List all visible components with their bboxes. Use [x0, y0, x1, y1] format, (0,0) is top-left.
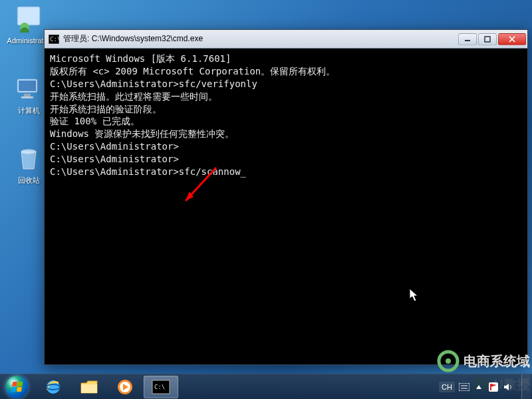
recycle-icon [15, 145, 43, 173]
terminal-line: C:\Users\Administrator> [50, 153, 522, 166]
svg-rect-3 [19, 80, 36, 91]
keyboard-icon[interactable] [459, 382, 469, 392]
terminal-line: 版权所有 <c> 2009 Microsoft Corporation。保留所有… [50, 65, 522, 78]
maximize-button[interactable] [478, 33, 497, 45]
watermark-brand1: 电商系统域 [437, 350, 530, 372]
taskbar: C:\ CH [0, 374, 532, 399]
svg-rect-26 [459, 383, 469, 391]
terminal-line: Windows 资源保护未找到任何完整性冲突。 [50, 128, 522, 140]
terminal-line: C:\Users\Administrator>sfc/verifyonly [50, 78, 522, 90]
close-button[interactable] [498, 33, 526, 45]
flag-icon[interactable] [488, 382, 499, 392]
titlebar[interactable]: C:\ 管理员: C:\Windows\system32\cmd.exe [45, 30, 527, 49]
svg-point-16 [446, 358, 451, 364]
windows-orb-icon [5, 376, 28, 398]
svg-marker-29 [476, 385, 481, 389]
terminal-line: 开始系统扫描。此过程将需要一些时间。 [50, 90, 522, 103]
tray-chevron-icon[interactable] [473, 382, 484, 392]
terminal-line: C:\Users\Administrator>sfc/scannow [50, 166, 522, 178]
terminal-output[interactable]: Microsoft Windows [版本 6.1.7601] 版权所有 <c>… [45, 49, 527, 364]
show-desktop-button[interactable] [521, 374, 531, 400]
pinned-apps: C:\ [36, 376, 178, 398]
watermark-text: 电商系统域 [464, 352, 530, 370]
terminal-line: Microsoft Windows [版本 6.1.7601] [50, 53, 522, 65]
cmd-icon: C:\ [49, 34, 59, 45]
cmd-icon: C:\ [152, 380, 170, 394]
computer-icon [15, 75, 43, 103]
cmd-window[interactable]: C:\ 管理员: C:\Windows\system32\cmd.exe Mic… [44, 29, 528, 365]
volume-icon[interactable] [503, 382, 513, 392]
svg-rect-20 [81, 384, 97, 393]
user-icon [15, 5, 43, 33]
window-controls [458, 33, 526, 45]
terminal-line: 验证 100% 已完成。 [50, 115, 522, 128]
svg-rect-4 [24, 94, 31, 96]
media-icon [116, 378, 134, 396]
svg-rect-10 [485, 37, 490, 42]
minimize-button[interactable] [458, 33, 477, 45]
svg-text:C:\: C:\ [50, 36, 59, 43]
taskbar-app-cmd[interactable]: C:\ [144, 376, 178, 398]
system-tray: CH [438, 374, 532, 400]
svg-rect-0 [17, 7, 40, 25]
svg-rect-5 [21, 96, 33, 98]
taskbar-app-explorer[interactable] [72, 376, 106, 398]
svg-marker-14 [186, 192, 194, 201]
language-indicator[interactable]: CH [439, 382, 455, 392]
terminal-line: 开始系统扫描的验证阶段。 [50, 103, 522, 116]
terminal-line: C:\Users\Administrator> [50, 140, 522, 153]
svg-point-6 [21, 150, 36, 154]
taskbar-app-ie[interactable] [36, 376, 70, 398]
ie-icon [44, 378, 63, 396]
svg-text:C:\: C:\ [154, 384, 165, 390]
window-title: 管理员: C:\Windows\system32\cmd.exe [63, 33, 458, 45]
taskbar-app-mediaplayer[interactable] [108, 376, 142, 398]
start-button[interactable] [0, 374, 33, 400]
svg-marker-32 [504, 384, 509, 390]
folder-icon [80, 379, 98, 395]
